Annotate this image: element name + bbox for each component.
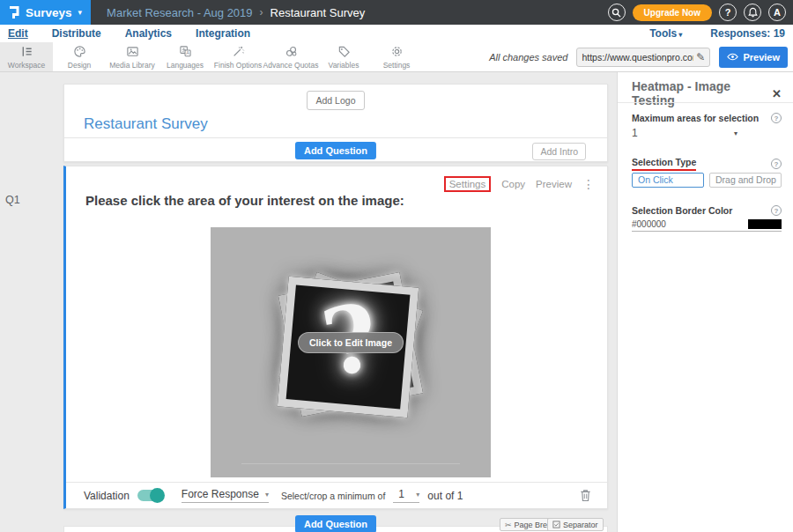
- svg-text:A: A: [186, 50, 189, 55]
- question-settings-panel: Heatmap - Image Testing ✕ Maximum areas …: [617, 72, 793, 532]
- question-text[interactable]: Please click the area of your interest o…: [85, 193, 404, 208]
- chevron-down-icon: ▾: [416, 491, 419, 499]
- tool-design[interactable]: Design: [53, 42, 106, 71]
- max-areas-value: 1: [632, 127, 638, 139]
- topbar-actions: Upgrade Now ? A: [608, 4, 793, 21]
- upgrade-now-button[interactable]: Upgrade Now: [633, 4, 712, 21]
- gear-icon: [390, 45, 404, 58]
- minimum-select[interactable]: 1 ▾: [393, 488, 419, 503]
- chevron-down-icon: ▾: [78, 8, 83, 17]
- validation-row: Validation Force Response ▾ Select/crop …: [66, 482, 607, 508]
- breadcrumb-current: Restaurant Survey: [271, 6, 366, 19]
- tools-label: Tools: [649, 27, 677, 40]
- border-color-value: #000000: [632, 219, 666, 229]
- tool-label: Languages: [167, 61, 204, 70]
- eye-icon: [727, 53, 738, 61]
- breadcrumb-separator-icon: ›: [260, 6, 263, 18]
- image-icon: [126, 45, 139, 58]
- preview-label: Preview: [743, 52, 780, 63]
- avatar[interactable]: A: [768, 4, 786, 21]
- menu-bar: Edit Distribute Analytics Integration To…: [0, 25, 793, 42]
- help-icon[interactable]: ?: [771, 113, 782, 123]
- copy-action[interactable]: Copy: [501, 179, 525, 189]
- builder-toolbar: Workspace Design Media Library A Languag…: [0, 42, 793, 72]
- tool-media-library[interactable]: Media Library: [106, 42, 159, 71]
- responses-count[interactable]: Responses: 19: [710, 27, 785, 40]
- validation-type-value: Force Response: [182, 488, 259, 500]
- max-areas-select[interactable]: 1 ▾: [632, 127, 737, 139]
- minimum-value: 1: [398, 488, 404, 500]
- minimum-prefix: Select/crop a minimum of: [281, 491, 385, 501]
- tool-workspace[interactable]: Workspace: [0, 42, 53, 71]
- tag-icon: [337, 45, 351, 58]
- menu-item-analytics[interactable]: Analytics: [125, 27, 172, 40]
- survey-url-field: ✎: [576, 48, 710, 67]
- toolbar-right: All changes saved ✎ Preview: [489, 42, 793, 71]
- separator-label: Separator: [563, 521, 598, 529]
- tool-label: Finish Options: [214, 61, 262, 70]
- validation-label: Validation: [84, 490, 130, 502]
- border-color-field[interactable]: #000000: [632, 219, 782, 232]
- delete-question-button[interactable]: [580, 489, 591, 502]
- chevron-down-icon: ▾: [265, 491, 269, 499]
- separator-checkbox-icon: [552, 521, 560, 528]
- questionpro-logo-icon: [8, 5, 19, 20]
- bell-icon: [748, 7, 758, 18]
- brand-menu[interactable]: Surveys ▾: [0, 0, 91, 25]
- brand-label: Surveys: [26, 6, 72, 19]
- on-click-button[interactable]: On Click: [632, 173, 704, 188]
- tool-settings[interactable]: Settings: [370, 42, 423, 71]
- help-button[interactable]: ?: [719, 4, 737, 21]
- heatmap-image-placeholder[interactable]: ? Click to Edit Image: [211, 227, 491, 477]
- panel-title: Heatmap - Image Testing: [632, 79, 772, 107]
- color-swatch[interactable]: [748, 219, 782, 229]
- menu-item-integration[interactable]: Integration: [196, 27, 250, 40]
- close-icon[interactable]: ✕: [772, 87, 782, 100]
- add-intro-button[interactable]: Add Intro: [532, 143, 586, 160]
- tool-label: Design: [68, 61, 91, 70]
- settings-action[interactable]: Settings: [444, 176, 492, 192]
- help-icon[interactable]: ?: [771, 205, 782, 216]
- selection-type-buttons: On Click Drag and Drop: [632, 173, 782, 188]
- question-index: Q1: [5, 194, 20, 206]
- tool-label: Variables: [329, 61, 359, 70]
- panel-divider: [618, 102, 793, 103]
- tool-label: Advance Quotas: [263, 61, 319, 70]
- edit-url-icon[interactable]: ✎: [696, 51, 705, 63]
- selection-type-label: Selection Type: [632, 157, 696, 171]
- add-logo-button[interactable]: Add Logo: [307, 91, 366, 110]
- notifications-button[interactable]: [744, 4, 761, 21]
- kebab-menu-icon[interactable]: ⋮: [582, 177, 595, 191]
- magic-wand-icon: [232, 45, 245, 58]
- minimum-suffix: out of 1: [427, 490, 463, 502]
- search-button[interactable]: [608, 4, 626, 21]
- add-question-button-bottom[interactable]: Add Question: [295, 515, 376, 532]
- tools-menu[interactable]: Tools▾: [649, 27, 682, 40]
- survey-url-input[interactable]: [582, 52, 693, 63]
- preview-action[interactable]: Preview: [536, 179, 572, 189]
- drag-and-drop-button[interactable]: Drag and Drop: [709, 173, 782, 188]
- tool-variables[interactable]: Variables: [317, 42, 370, 71]
- menu-item-distribute[interactable]: Distribute: [52, 27, 101, 40]
- click-to-edit-image-button[interactable]: Click to Edit Image: [298, 332, 404, 353]
- translate-icon: A: [179, 45, 192, 58]
- add-question-button-top[interactable]: Add Question: [295, 142, 376, 159]
- breadcrumb-parent[interactable]: Market Research - Aug 2019: [107, 6, 252, 19]
- top-bar: Surveys ▾ Market Research - Aug 2019 › R…: [0, 0, 793, 25]
- survey-title[interactable]: Restaurant Survey: [84, 115, 208, 133]
- help-icon[interactable]: ?: [771, 159, 782, 169]
- scissors-icon: ✂: [505, 521, 512, 529]
- validation-toggle[interactable]: [137, 490, 164, 501]
- question-actions: Settings Copy Preview ⋮: [444, 176, 595, 192]
- tool-advance-quotas[interactable]: Advance Quotas: [264, 42, 317, 71]
- preview-button[interactable]: Preview: [719, 47, 788, 68]
- separator-button[interactable]: Separator: [547, 518, 604, 531]
- question-card: Settings Copy Preview ⋮ Please click the…: [63, 166, 608, 509]
- survey-header-card: Add Logo Restaurant Survey Add Question …: [63, 84, 608, 162]
- validation-type-select[interactable]: Force Response ▾: [182, 488, 269, 503]
- breadcrumb: Market Research - Aug 2019 › Restaurant …: [107, 6, 365, 19]
- menu-item-edit[interactable]: Edit: [8, 27, 28, 40]
- max-areas-label: Maximum areas for selection: [632, 113, 759, 123]
- tool-languages[interactable]: A Languages: [159, 42, 211, 71]
- tool-finish-options[interactable]: Finish Options: [211, 42, 264, 71]
